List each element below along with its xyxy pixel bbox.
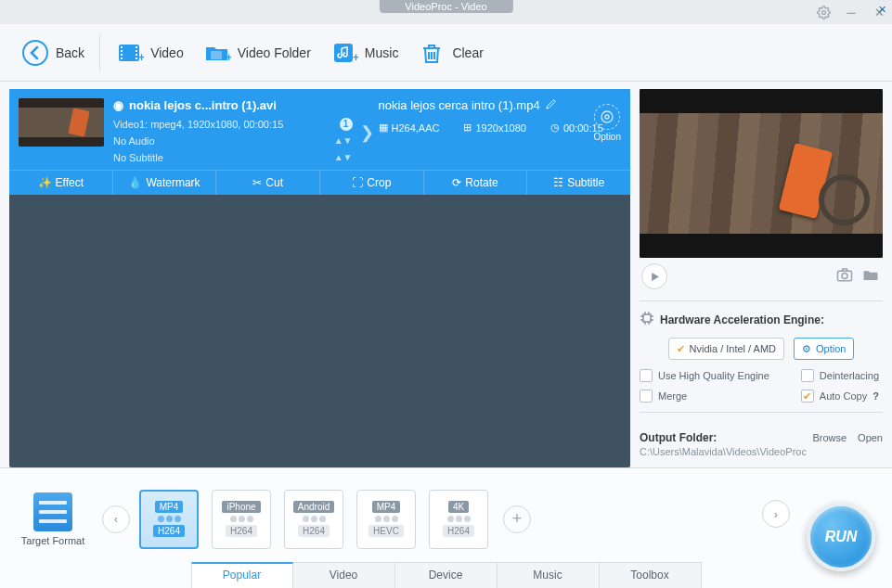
run-button[interactable]: RUN [807, 503, 875, 571]
next-formats-button[interactable]: › [762, 500, 790, 528]
video-folder-label: Video Folder [238, 45, 311, 60]
rotate-button[interactable]: ⟳ Rotate [424, 171, 528, 195]
format-card-4k[interactable]: 4KH264 [429, 490, 488, 549]
tab-popular[interactable]: Popular [191, 562, 293, 588]
bullet-icon: ◉ [113, 98, 123, 112]
tab-music[interactable]: Music [498, 562, 600, 588]
codec-option-button[interactable]: Option [594, 104, 621, 142]
codec-gear-icon [594, 104, 620, 130]
snapshot-icon[interactable] [836, 267, 853, 286]
format-card-mp4-h264[interactable]: MP4H264 [139, 490, 199, 549]
source-filename: nokia lejos c...intro (1).avi [129, 98, 277, 112]
source-subtitle-info: No Subtitle [113, 149, 163, 166]
source-audio-info: No Audio [113, 133, 155, 149]
settings-icon[interactable] [816, 5, 831, 19]
target-format-button[interactable]: Target Format [13, 492, 93, 546]
merge-checkbox[interactable]: Merge [640, 390, 769, 403]
open-button[interactable]: Open [858, 432, 883, 443]
video-thumbnail [19, 98, 104, 147]
subtitle-button[interactable]: ☷ Subtitle [527, 171, 630, 195]
add-video-button[interactable]: + Video [106, 34, 193, 71]
minimize-icon[interactable]: ─ [844, 5, 859, 19]
source-info: ◉ nokia lejos c...intro (1).avi Video1: … [113, 98, 356, 166]
video-list: ✕ ◉ nokia lejos c...intro (1).avi Video1… [9, 89, 630, 467]
hw-title: Hardware Acceleration Engine: [660, 313, 824, 326]
rename-icon[interactable] [546, 98, 556, 112]
music-icon: + [330, 38, 359, 68]
deinterlace-checkbox[interactable]: Deinterlacing [801, 369, 879, 382]
clear-button[interactable]: Clear [407, 34, 492, 71]
svg-text:+: + [353, 51, 358, 64]
svg-text:+: + [226, 51, 231, 64]
cut-button[interactable]: ✂ Cut [216, 171, 320, 195]
option-label: Option [594, 132, 621, 142]
right-panel: Hardware Acceleration Engine: ✔Nvidia / … [640, 89, 883, 467]
play-button[interactable] [641, 263, 667, 289]
svg-rect-10 [136, 58, 137, 59]
updown-icon[interactable]: ▲▼ [334, 133, 353, 149]
add-music-button[interactable]: + Music [320, 34, 408, 71]
svg-rect-8 [136, 50, 137, 52]
trash-icon [417, 38, 446, 68]
add-format-button[interactable]: + [503, 505, 531, 533]
svg-rect-7 [136, 46, 137, 48]
back-button[interactable]: Back [11, 34, 94, 71]
svg-text:+: + [138, 51, 144, 64]
main: ✕ ◉ nokia lejos c...intro (1).avi Video1… [0, 82, 892, 467]
back-label: Back [56, 45, 84, 60]
autocopy-checkbox[interactable]: ✔Auto Copy ? [801, 390, 879, 403]
svg-point-0 [821, 10, 825, 14]
browse-button[interactable]: Browse [812, 432, 847, 443]
tab-toolbox[interactable]: Toolbox [600, 562, 702, 588]
folder-icon: + [202, 38, 232, 68]
toolbar: Back + Video + Video Folder + Music Clea… [0, 24, 892, 82]
prev-formats-button[interactable]: ‹ [102, 505, 130, 533]
music-label: Music [365, 45, 399, 60]
tab-video[interactable]: Video [293, 562, 395, 588]
format-card-android[interactable]: AndroidH264 [284, 490, 343, 549]
source-video-info: Video1: mpeg4, 1920x1080, 00:00:15 [113, 116, 283, 133]
dest-codec: ▦ H264,AAC [379, 121, 440, 134]
add-video-folder-button[interactable]: + Video Folder [193, 34, 320, 71]
gpu-checkbox[interactable]: ✔Nvidia / Intel / AMD [668, 338, 785, 360]
clear-label: Clear [452, 45, 483, 60]
svg-point-1 [23, 41, 47, 65]
hw-option-button[interactable]: ⚙Option [794, 338, 854, 360]
video-icon: + [115, 38, 145, 68]
help-icon[interactable]: ? [873, 390, 879, 402]
video-label: Video [150, 45, 184, 60]
svg-point-16 [605, 115, 609, 119]
format-tabs: Popular Video Device Music Toolbox [0, 562, 892, 588]
svg-rect-5 [121, 54, 123, 56]
back-icon [20, 38, 50, 68]
hq-checkbox[interactable]: Use High Quality Engine [640, 369, 769, 382]
output-folder-label: Output Folder: [640, 431, 717, 444]
svg-point-19 [842, 274, 847, 279]
open-folder-icon[interactable] [862, 267, 879, 286]
target-format-icon [33, 492, 72, 531]
svg-rect-12 [211, 51, 222, 59]
stream-badge[interactable]: 1 [340, 118, 353, 131]
dest-resolution: ⊞ 1920x1080 [463, 121, 525, 134]
left-panel: ✕ ◉ nokia lejos c...intro (1).avi Video1… [9, 89, 630, 467]
bottom-panel: Target Format ‹ MP4H264 iPhoneH264 Andro… [0, 467, 892, 588]
updown-icon[interactable]: ▲▼ [334, 149, 353, 166]
svg-point-17 [601, 111, 613, 122]
window-title: VideoProc - Video [379, 0, 512, 13]
svg-rect-4 [121, 50, 123, 52]
output-folder-path: C:\Users\Malavida\Videos\VideoProc [640, 446, 883, 457]
tab-device[interactable]: Device [395, 562, 498, 588]
arrow-icon: ❯ [356, 98, 379, 166]
watermark-button[interactable]: 💧 Watermark [113, 171, 217, 195]
format-cards: MP4H264 iPhoneH264 AndroidH264 MP4HEVC 4… [139, 490, 488, 549]
item-tools: ✨ Effect 💧 Watermark ✂ Cut ⛶ Crop ⟳ Rota… [9, 170, 630, 195]
svg-rect-3 [121, 46, 123, 48]
video-item[interactable]: ✕ ◉ nokia lejos c...intro (1).avi Video1… [9, 89, 630, 195]
format-card-iphone[interactable]: iPhoneH264 [212, 490, 271, 549]
format-card-mp4-hevc[interactable]: MP4HEVC [356, 490, 416, 549]
dest-filename: nokia lejos cerca intro (1).mp4 [379, 98, 540, 112]
chip-icon [640, 311, 654, 328]
effect-button[interactable]: ✨ Effect [9, 171, 113, 195]
preview-controls [640, 258, 883, 299]
crop-button[interactable]: ⛶ Crop [320, 171, 424, 195]
